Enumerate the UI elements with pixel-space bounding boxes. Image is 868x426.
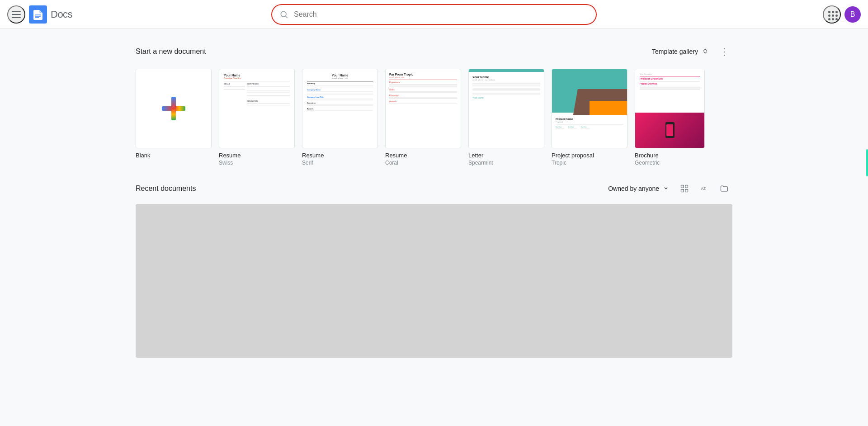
more-options-button[interactable]: ⋮ <box>716 43 732 60</box>
template-thumb-project-tropic: Project Name Proposal Start Date End Dat… <box>552 69 627 148</box>
svg-rect-9 <box>685 189 688 192</box>
template-thumb-blank <box>136 69 212 148</box>
template-name-brochure-geo: Brochure Geometric <box>635 152 705 166</box>
template-item-resume-swiss[interactable]: Your Name Creative Director SKILLS <box>219 69 295 166</box>
template-thumb-resume-serif: Your Name email · phone · city Summary C… <box>302 69 378 148</box>
search-input[interactable] <box>294 10 589 19</box>
svg-rect-8 <box>681 189 684 192</box>
template-thumb-brochure-geo: Your Company Product Brochure Product Ov… <box>635 69 705 148</box>
apps-grid-button[interactable] <box>823 5 841 24</box>
scrollbar-accent <box>866 149 868 176</box>
owned-by-button[interactable]: Owned by anyone <box>608 185 669 193</box>
template-name-resume-swiss: Resume Swiss <box>219 152 295 166</box>
recent-section: Recent documents Owned by anyone <box>136 180 732 358</box>
template-grid: Blank Your Name Creative Director SKILLS <box>136 69 732 166</box>
header-right: B <box>770 5 861 24</box>
hamburger-menu[interactable] <box>7 5 25 24</box>
docs-logo-icon <box>29 5 47 24</box>
docs-logo[interactable]: Docs <box>29 5 72 24</box>
template-name-resume-coral: Resume Coral <box>385 152 461 166</box>
template-section: Start a new document Template gallery ⋮ <box>136 43 732 166</box>
sort-az-button[interactable]: AZ <box>696 180 712 197</box>
template-item-brochure-geo[interactable]: Your Company Product Brochure Product Ov… <box>635 69 705 166</box>
template-item-resume-serif[interactable]: Your Name email · phone · city Summary C… <box>302 69 378 166</box>
template-name-project-tropic: Project proposal Tropic <box>552 152 627 166</box>
app-header: Docs B <box>0 0 868 29</box>
app-name-label: Docs <box>51 9 72 20</box>
svg-rect-6 <box>681 185 684 188</box>
svg-rect-7 <box>685 185 688 188</box>
grid-view-button[interactable] <box>676 180 693 197</box>
template-header-controls: Template gallery ⋮ <box>652 43 732 60</box>
template-thumb-resume-coral: Far From Tropic email · phone · city Exp… <box>385 69 461 148</box>
svg-line-5 <box>286 16 288 18</box>
start-new-document-title: Start a new document <box>136 47 206 56</box>
recent-documents-title: Recent documents <box>136 185 196 193</box>
template-thumb-resume-swiss: Your Name Creative Director SKILLS <box>219 69 295 148</box>
recent-controls: Owned by anyone <box>608 180 732 197</box>
recent-header: Recent documents Owned by anyone <box>136 180 732 197</box>
template-thumb-letter-spearmint: Your Name email · phone · city · website… <box>468 69 544 148</box>
folder-view-button[interactable] <box>716 180 732 197</box>
header-left: Docs <box>7 5 98 24</box>
template-name-letter-spearmint: Letter Spearmint <box>468 152 544 166</box>
template-item-letter-spearmint[interactable]: Your Name email · phone · city · website… <box>468 69 544 166</box>
avatar[interactable]: B <box>844 6 861 23</box>
view-controls: AZ <box>676 180 732 197</box>
template-header: Start a new document Template gallery ⋮ <box>136 43 732 60</box>
template-item-resume-coral[interactable]: Far From Tropic email · phone · city Exp… <box>385 69 461 166</box>
search-icon <box>279 10 288 19</box>
search-container <box>271 4 597 25</box>
template-name-blank: Blank <box>136 152 212 159</box>
recent-documents-grid <box>136 204 732 358</box>
template-name-resume-serif: Resume Serif <box>302 152 378 166</box>
main-content: Start a new document Template gallery ⋮ <box>118 29 750 358</box>
dropdown-arrow-icon <box>663 185 669 193</box>
chevron-sort-icon <box>702 47 709 56</box>
template-gallery-button[interactable]: Template gallery <box>652 47 709 56</box>
template-item-blank[interactable]: Blank <box>136 69 212 166</box>
svg-text:AZ: AZ <box>701 186 706 191</box>
search-box <box>271 4 597 25</box>
template-item-project-tropic[interactable]: Project Name Proposal Start Date End Dat… <box>552 69 627 166</box>
